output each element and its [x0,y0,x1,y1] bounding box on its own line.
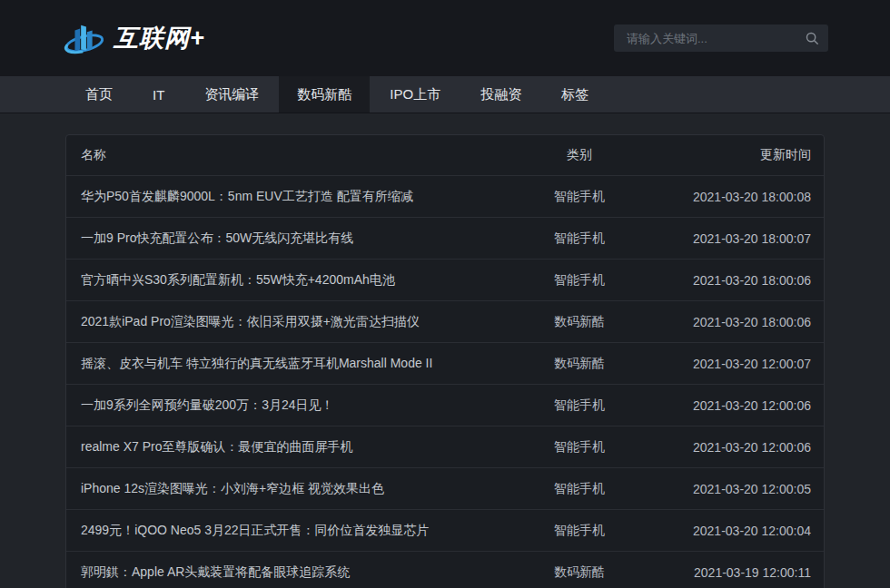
article-category: 智能手机 [511,397,648,414]
article-category: 数码新酷 [511,314,648,330]
table-row[interactable]: 官方晒中兴S30系列配置新机：55W快充+4200mAh电池 智能手机 2021… [66,259,824,300]
table-row[interactable]: realme X7 Pro至尊版确认：最便宜的曲面屏手机 智能手机 2021-0… [66,426,824,467]
table-row[interactable]: 郭明錤：Apple AR头戴装置将配备眼球追踪系统 数码新酷 2021-03-1… [66,551,824,588]
article-category: 数码新酷 [511,356,648,372]
article-category: 智能手机 [511,189,648,205]
main-nav: 首页 IT 资讯编译 数码新酷 IPO上市 投融资 标签 [0,76,890,113]
logo-buildings-orbit-icon [64,17,105,59]
table-row[interactable]: 一加9 Pro快充配置公布：50W无线闪充堪比有线 智能手机 2021-03-2… [66,217,824,259]
article-title-link[interactable]: 2021款iPad Pro渲染图曝光：依旧采用双摄+激光雷达扫描仪 [66,314,511,330]
article-title-link[interactable]: 一加9系列全网预约量破200万：3月24日见！ [66,397,511,414]
article-updated: 2021-03-20 18:00:07 [648,231,824,246]
article-updated: 2021-03-20 12:00:06 [648,398,824,413]
table-row[interactable]: 华为P50首发麒麟9000L：5nm EUV工艺打造 配置有所缩减 智能手机 2… [66,175,824,217]
article-title-link[interactable]: 一加9 Pro快充配置公布：50W无线闪充堪比有线 [66,230,511,247]
nav-item-home[interactable]: 首页 [65,76,133,113]
article-category: 智能手机 [511,481,648,497]
article-category: 智能手机 [511,439,648,456]
article-category: 智能手机 [511,272,648,289]
article-updated: 2021-03-20 18:00:08 [648,190,824,204]
article-table: 名称 类别 更新时间 华为P50首发麒麟9000L：5nm EUV工艺打造 配置… [65,134,825,588]
nav-item-it[interactable]: IT [133,76,184,113]
article-title-link[interactable]: 2499元！iQOO Neo5 3月22日正式开售：同价位首发独显芯片 [66,523,511,539]
nav-item-tags[interactable]: 标签 [541,76,608,113]
article-title-link[interactable]: 郭明錤：Apple AR头戴装置将配备眼球追踪系统 [66,564,511,581]
site-logo[interactable]: 互联网+ [64,17,205,59]
nav-item-ipo[interactable]: IPO上市 [370,76,460,113]
search-icon[interactable] [805,31,819,45]
article-title-link[interactable]: 官方晒中兴S30系列配置新机：55W快充+4200mAh电池 [66,272,511,289]
site-title: 互联网+ [114,22,205,54]
top-header: 互联网+ [0,0,890,76]
article-updated: 2021-03-20 12:00:07 [648,357,824,371]
column-header-name: 名称 [66,147,511,163]
table-row[interactable]: 2499元！iQOO Neo5 3月22日正式开售：同价位首发独显芯片 智能手机… [66,509,824,551]
article-updated: 2021-03-20 18:00:06 [648,273,824,288]
article-category: 数码新酷 [511,564,648,581]
nav-item-news-compile[interactable]: 资讯编译 [184,76,279,113]
column-header-updated: 更新时间 [648,147,824,163]
search-input[interactable] [625,31,805,46]
table-row[interactable]: 一加9系列全网预约量破200万：3月24日见！ 智能手机 2021-03-20 … [66,384,824,426]
page-content: 名称 类别 更新时间 华为P50首发麒麟9000L：5nm EUV工艺打造 配置… [0,113,890,588]
table-header-row: 名称 类别 更新时间 [66,135,824,175]
nav-item-digital-cool[interactable]: 数码新酷 [279,76,370,113]
table-row[interactable]: 摇滚、皮衣与机车 特立独行的真无线蓝牙耳机Marshall Mode II 数码… [66,342,824,384]
article-updated: 2021-03-20 18:00:06 [648,315,824,329]
article-updated: 2021-03-19 12:00:11 [648,565,824,580]
article-updated: 2021-03-20 12:00:05 [648,482,824,496]
search-box[interactable] [614,24,828,52]
article-title-link[interactable]: iPhone 12s渲染图曝光：小刘海+窄边框 视觉效果出色 [66,481,511,497]
article-title-link[interactable]: 摇滚、皮衣与机车 特立独行的真无线蓝牙耳机Marshall Mode II [66,356,511,372]
article-updated: 2021-03-20 12:00:04 [648,524,824,538]
table-row[interactable]: 2021款iPad Pro渲染图曝光：依旧采用双摄+激光雷达扫描仪 数码新酷 2… [66,300,824,342]
column-header-category: 类别 [511,147,648,163]
article-category: 智能手机 [511,523,648,539]
article-title-link[interactable]: 华为P50首发麒麟9000L：5nm EUV工艺打造 配置有所缩减 [66,189,511,205]
article-title-link[interactable]: realme X7 Pro至尊版确认：最便宜的曲面屏手机 [66,439,511,456]
table-row[interactable]: iPhone 12s渲染图曝光：小刘海+窄边框 视觉效果出色 智能手机 2021… [66,467,824,509]
article-category: 智能手机 [511,230,648,247]
table-body: 华为P50首发麒麟9000L：5nm EUV工艺打造 配置有所缩减 智能手机 2… [66,175,824,588]
nav-item-investment[interactable]: 投融资 [460,76,541,113]
article-updated: 2021-03-20 12:00:06 [648,440,824,455]
